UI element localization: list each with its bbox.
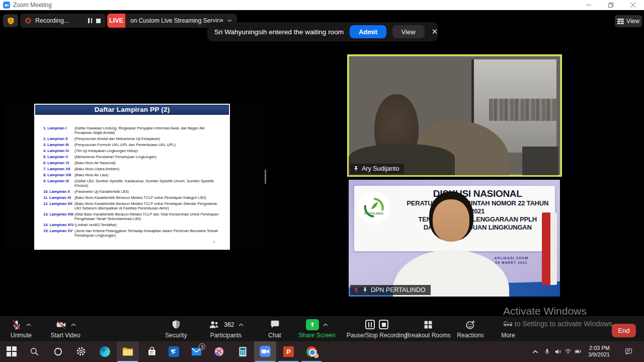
settings-button[interactable] [75,346,87,357]
live-badge: LIVE [107,14,125,28]
cortana-button[interactable] [52,346,63,357]
cortana-icon [53,347,63,356]
backdrop-title: DISKUSI NASIONAL PERATURAN PEMERINTAH NO… [399,188,556,232]
app-icon-blue[interactable] [168,346,179,357]
stop-icon[interactable] [379,320,388,329]
slide-page-number: 9 [213,240,215,244]
powerpoint-icon[interactable]: P [283,346,294,357]
windows-taskbar: 3 P 2:03 PM 3/9/2021 [0,341,644,362]
backdrop-line3: TENTANG PENYELENGGARAAN PPLH [399,215,556,224]
zoom-meeting-window: Zoom Meeting Recording... LIVE on Custom… [0,0,644,362]
slide-item-label: 2. Lampiran II [43,136,74,141]
participants-icon [208,319,220,330]
slide-list-item: 15. Lampiran XV(Jenis dan Kriteria Pelan… [43,229,225,238]
slide-item-desc: (Jenis dan Kriteria Pelanggaran Terhadap… [74,229,221,238]
backdrop-line1: DISKUSI NASIONAL [399,188,556,199]
view-waiting-room-button[interactable]: View [392,25,425,38]
mail-icon[interactable]: 3 [191,346,202,357]
slide-item-label: 12. Lampiran XII [43,201,74,210]
view-button[interactable]: View [615,15,642,27]
screen-scrollbar[interactable] [265,170,266,184]
desk-items [522,147,558,175]
slide-item-label: 13. Lampiran XIII [43,212,74,221]
indonesia-flag [542,212,556,285]
search-button[interactable] [29,346,40,357]
slide-list-item: 13. Lampiran XIII(Nilai Baku Karakterist… [43,212,225,221]
slide-item-desc: (Baku Mutu Karakteristik Beracun Melalui… [74,195,221,200]
close-button[interactable] [622,0,644,10]
maximize-button[interactable] [600,0,622,10]
restore-icon [608,3,613,8]
slide-item-label: 5. Lampiran V [43,155,74,159]
calculator-icon[interactable] [237,346,248,357]
backdrop-line2: PERATURAN PEMERINTAH NOMOR 22 TAHUN 2021 [399,199,556,215]
participant-name: Ary Sudijanto [362,165,399,172]
action-center-icon[interactable] [623,346,634,357]
mic-off-icon [11,319,22,330]
slide-item-label: 3. Lampiran III [43,142,74,147]
presentation-slide: Daftar Lampiran PP (2) 1. Lampiran I(Daf… [34,104,230,250]
video-tile-dpn-pertalindo[interactable]: PERTALINDO DISKUSI NASIONAL PERATURAN PE… [349,180,560,297]
pin-icon [362,287,368,293]
stop-recording-button[interactable] [96,19,101,23]
slide-list-item: 11. Lampiran XI(Baku Mutu Karakteristik … [43,195,225,200]
slide-list-item: 9. Lampiran IX(Daftar LB3: Sumber Spesif… [43,179,225,188]
controls-toolbar: Unmute Start Video Security 362 Particip… [0,316,644,341]
chevron-up-icon[interactable] [71,323,76,326]
tray-time: 2:03 PM [579,345,610,351]
more-button[interactable]: More [478,318,538,339]
slide-list-item: 5. Lampiran V(Mekanisme Perubahan Perset… [43,155,225,159]
slide-item-desc: (Parameter Uji Karakteristik LB3) [74,189,221,194]
store-icon[interactable] [146,346,157,357]
gear-icon [76,346,86,356]
chevron-up-icon[interactable] [26,323,31,326]
window-titlebar: Zoom Meeting [0,0,644,10]
start-video-button[interactable]: Start Video [35,318,96,339]
slide-list-item: 3. Lampiran III(Penyusunan Formulir UKL-… [43,142,225,147]
slide-item-desc: (Tim Uji Kelayakan Lingkungan Hidup) [74,149,221,153]
slide-item-desc: (Baku Mutu Air Laut) [74,173,221,177]
share-screen-icon [306,319,319,330]
slide-list-item: 1. Lampiran I(Daftar Kawasan Lindung, Ri… [43,126,225,135]
tray-clock[interactable]: 2:03 PM 3/9/2021 [579,345,610,358]
tray-mic-icon[interactable] [542,346,551,357]
slide-item-label: 6. Lampiran VI [43,161,74,165]
chrome-icon[interactable] [306,346,317,357]
participants-count: 362 [224,321,234,328]
tray-volume-icon[interactable] [552,346,564,357]
tray-chevron-icon[interactable] [531,346,540,357]
chevron-up-icon[interactable] [323,323,328,326]
slide-item-desc: (Penyusunan Formulir UKL-UPL dan Pemerik… [74,142,221,147]
minimize-button[interactable] [578,0,600,10]
slide-item-label: 14. Lampiran XIV [43,223,74,227]
slide-item-label: 9. Lampiran IX [43,179,74,188]
waiting-room-message: Sri Wahyuningsih entered the waiting roo… [214,28,344,36]
slide-list-item: 10. Lampiran X(Parameter Uji Karakterist… [43,189,225,194]
chevron-up-icon[interactable] [238,323,244,326]
slide-item-label: 8. Lampiran VIII [43,173,74,177]
snip-sketch-icon[interactable] [213,346,224,357]
pause-recording-button[interactable] [88,18,92,23]
file-explorer-icon[interactable] [122,346,133,357]
slide-item-desc: (Baku Mutu Udara Ambien) [74,167,221,171]
end-meeting-button[interactable]: End [612,324,636,337]
security-warning-button[interactable] [3,14,18,27]
pause-icon[interactable] [365,320,375,329]
grid-view-icon [617,19,624,24]
video-tile-ary-sudijanto[interactable]: Ary Sudijanto [347,54,562,177]
window-title: Zoom Meeting [13,0,52,10]
pause-icon [88,18,90,23]
mic-muted-icon [353,287,359,293]
svg-text:PERTALINDO: PERTALINDO [364,212,384,215]
zoom-taskbar-icon[interactable] [260,346,271,357]
mail-badge: 3 [199,343,205,350]
dismiss-notification-button[interactable]: ✕ [431,27,439,36]
edge-icon[interactable] [99,346,110,357]
tray-wifi-icon[interactable] [564,346,573,357]
person-face [433,199,469,242]
chat-icon [270,319,280,330]
admit-button[interactable]: Admit [350,25,386,38]
share-screen-button[interactable]: Share Screen [287,318,347,339]
start-button[interactable] [6,346,17,357]
minimize-icon [586,3,591,8]
